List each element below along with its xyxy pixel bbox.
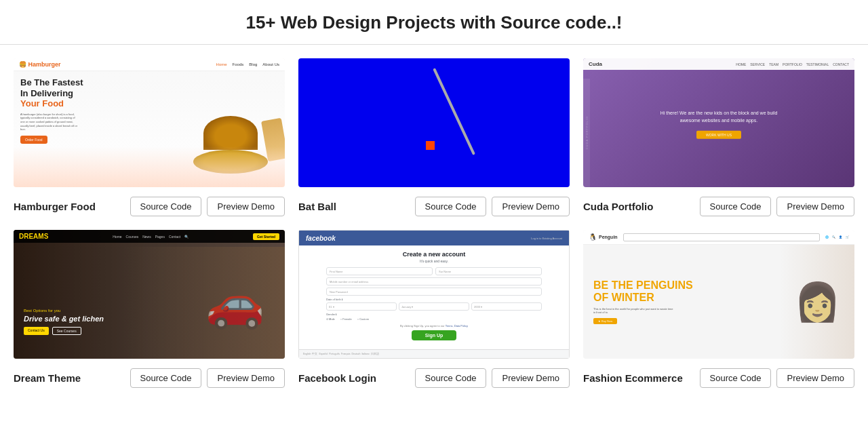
page-title: 15+ Web Design Projects with Source code…	[0, 0, 868, 45]
card-image-dream: DREAMS HomeCoursesNewsPagesContact 🔍 Get…	[14, 230, 285, 359]
preview-demo-button-cuda[interactable]: Preview Demo	[776, 197, 854, 216]
card-footer-cuda: Cuda Portfolio Source Code Preview Demo	[583, 197, 854, 216]
preview-demo-button-hamburger[interactable]: Preview Demo	[207, 197, 285, 216]
card-dream-theme: DREAMS HomeCoursesNewsPagesContact 🔍 Get…	[7, 223, 292, 395]
source-code-button-batball[interactable]: Source Code	[415, 197, 487, 216]
preview-demo-button-fashion[interactable]: Preview Demo	[776, 368, 854, 388]
card-image-facebook: facebook Log in to Existing Account Crea…	[298, 230, 570, 359]
source-code-button-dream[interactable]: Source Code	[130, 368, 202, 388]
card-bat-ball: Bat Ball Source Code Preview Demo	[292, 52, 576, 223]
card-image-batball	[298, 58, 570, 187]
card-title-hamburger: Hamburger Food	[14, 201, 125, 212]
card-title-cuda: Cuda Portfolio	[583, 201, 694, 212]
card-footer-hamburger: Hamburger Food Source Code Preview Demo	[14, 197, 285, 216]
card-title-facebook: Facebook Login	[298, 372, 410, 384]
source-code-button-fashion[interactable]: Source Code	[700, 368, 772, 388]
card-image-hamburger: 🍔 Hamburger HomeFoodsBlogAbout Us Be The…	[14, 58, 285, 187]
card-footer-dream: Dream Theme Source Code Preview Demo	[14, 368, 285, 388]
card-title-dream: Dream Theme	[14, 372, 125, 384]
preview-demo-button-dream[interactable]: Preview Demo	[207, 368, 285, 388]
source-code-button-hamburger[interactable]: Source Code	[130, 197, 202, 216]
card-footer-facebook: Facebook Login Source Code Preview Demo	[298, 368, 570, 388]
preview-demo-button-batball[interactable]: Preview Demo	[492, 197, 570, 216]
source-code-button-facebook[interactable]: Source Code	[415, 368, 487, 388]
card-footer-fashion: Fashion Ecommerce Source Code Preview De…	[583, 368, 854, 388]
card-image-cuda: Cuda HOMESERVICETEAMPORTFOLIOTESTIMONIAL…	[583, 58, 854, 187]
card-fashion-ecommerce: 🐧 Penguin 🌐🔍👤🛒 BE THE PENGUINSOF WINTER …	[576, 223, 861, 395]
projects-grid: 🍔 Hamburger HomeFoodsBlogAbout Us Be The…	[0, 45, 868, 401]
card-footer-batball: Bat Ball Source Code Preview Demo	[298, 197, 570, 216]
card-facebook-login: facebook Log in to Existing Account Crea…	[292, 223, 576, 395]
card-title-fashion: Fashion Ecommerce	[583, 372, 694, 384]
card-title-batball: Bat Ball	[298, 201, 410, 212]
card-image-fashion: 🐧 Penguin 🌐🔍👤🛒 BE THE PENGUINSOF WINTER …	[583, 230, 854, 359]
card-cuda-portfolio: Cuda HOMESERVICETEAMPORTFOLIOTESTIMONIAL…	[576, 52, 861, 223]
preview-demo-button-facebook[interactable]: Preview Demo	[492, 368, 570, 388]
card-hamburger-food: 🍔 Hamburger HomeFoodsBlogAbout Us Be The…	[7, 52, 292, 223]
source-code-button-cuda[interactable]: Source Code	[700, 197, 772, 216]
